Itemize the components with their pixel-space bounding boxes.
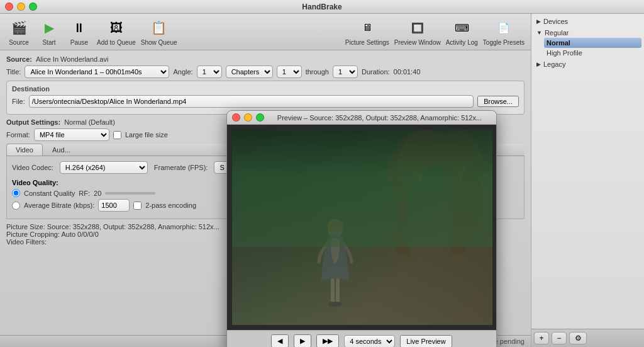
codec-select[interactable]: H.264 (x264) [60,161,148,174]
start-button[interactable]: ▶ Start [36,18,62,46]
preview-titlebar: Preview – Source: 352x288, Output: 352x2… [227,111,496,125]
source-row: Source: Alice In Wonderland.avi [6,55,525,63]
toolbar: 🎬 Source ▶ Start ⏸ Pause 🖼 Add to Queue … [0,14,531,50]
title-bar: HandBrake [0,0,644,14]
toggle-presets-icon: 📄 [494,18,514,38]
sidebar-group-devices-header[interactable]: ▶ Devices [534,16,641,26]
output-settings-label: Output Settings: [6,118,60,126]
preview-bottom-bar: ◀ ▶ ▶▶ 4 seconds Live Preview [227,330,496,347]
preview-window-controls [232,113,264,122]
preview-image [232,130,492,325]
constant-quality-label: Constant Quality [24,190,75,197]
sidebar-group-devices: ▶ Devices [534,16,641,26]
close-button[interactable] [5,3,13,11]
file-path-input[interactable] [29,95,474,108]
twopass-label: 2-pass encoding [145,202,196,209]
avg-bitrate-radio[interactable] [12,202,20,210]
preview-min-button[interactable] [244,113,252,122]
codec-label: Video Codec: [12,164,53,171]
preview-max-button[interactable] [256,113,264,122]
chapter-to-select[interactable]: 1 [333,65,358,78]
duration-value: 00:01:40 [394,68,421,76]
pause-icon: ⏸ [69,18,89,38]
add-preset-button[interactable]: + [534,332,549,344]
preview-play-button[interactable]: ▶ [294,334,311,347]
source-label: Source: [6,55,32,63]
toggle-presets-button[interactable]: 📄 Toggle Presets [483,18,525,46]
sidebar-group-devices-label: Devices [543,18,568,25]
source-value: Alice In Wonderland.avi [36,55,108,63]
source-button[interactable]: 🎬 Source [6,18,31,46]
sidebar-group-legacy-label: Legacy [543,60,565,68]
sidebar-item-high-profile[interactable]: High Profile [544,48,641,58]
file-label: File: [12,98,25,105]
sidebar-group-regular-label: Regular [545,29,569,37]
sidebar-content: ▶ Devices ▼ Regular Normal High Profile … [531,14,644,329]
bitrate-input[interactable] [98,199,130,212]
title-row: Title: Alice In Wonderland 1 – 00h01m40s… [6,65,525,78]
angle-label: Angle: [173,68,192,76]
activity-log-icon: ⌨ [452,18,472,38]
format-select[interactable]: MP4 file [34,128,109,141]
chapter-from-select[interactable]: 1 [277,65,302,78]
file-row: File: Browse... [12,95,519,108]
constant-quality-radio[interactable] [12,189,20,197]
preset-options-button[interactable]: ⚙ [569,332,587,344]
regular-arrow-icon: ▼ [536,30,542,36]
rf-value: 20 [94,190,101,197]
preview-back-button[interactable]: ◀ [271,334,289,347]
tab-audio[interactable]: Aud... [43,144,80,156]
title-label: Title: [6,68,21,76]
preview-window: Preview – Source: 352x288, Output: 352x2… [226,110,497,347]
sidebar-item-normal[interactable]: Normal [544,38,641,48]
duration-label: Duration: [362,68,390,76]
preview-window-icon: 🔲 [408,18,428,38]
window-controls [5,3,37,11]
remove-preset-button[interactable]: − [552,332,567,344]
minimize-button[interactable] [17,3,25,11]
avg-bitrate-label: Average Bitrate (kbps): [24,202,94,209]
show-queue-button[interactable]: 📋 Show Queue [141,18,177,46]
framerate-label: Framerate (FPS): [154,164,208,171]
start-icon: ▶ [39,18,59,38]
format-label: Format: [6,131,30,139]
large-file-label: Large file size [125,131,168,139]
sidebar: ▶ Devices ▼ Regular Normal High Profile … [531,14,644,347]
picture-settings-icon: 🖥 [357,18,377,38]
devices-arrow-icon: ▶ [536,18,541,25]
picture-settings-button[interactable]: 🖥 Picture Settings [345,18,389,46]
source-icon: 🎬 [9,18,29,38]
legacy-arrow-icon: ▶ [536,61,541,67]
app-title: HandBrake [302,3,341,11]
sidebar-group-legacy-header[interactable]: ▶ Legacy [534,59,641,69]
large-file-checkbox[interactable] [113,131,121,139]
sidebar-group-regular: ▼ Regular Normal High Profile [534,28,641,58]
title-select[interactable]: Alice In Wonderland 1 – 00h01m40s [25,65,169,78]
chapters-select[interactable]: Chapters [226,65,273,78]
twopass-checkbox[interactable] [133,202,142,210]
preview-live-button[interactable]: Live Preview [400,335,452,348]
pause-button[interactable]: ⏸ Pause [67,18,92,46]
add-to-queue-button[interactable]: 🖼 Add to Queue [97,18,136,46]
preview-content [227,125,496,330]
browse-button[interactable]: Browse... [477,96,519,107]
rf-label: RF: [79,190,90,197]
sidebar-group-legacy: ▶ Legacy [534,59,641,69]
sidebar-group-regular-header[interactable]: ▼ Regular [534,28,641,38]
sidebar-regular-items: Normal High Profile [534,38,641,58]
show-queue-icon: 📋 [149,18,169,38]
output-preset: Normal (Default) [64,118,115,126]
add-queue-icon: 🖼 [106,18,126,38]
destination-header: Destination [12,85,519,93]
activity-log-button[interactable]: ⌨ Activity Log [446,18,478,46]
preview-duration-select[interactable]: 4 seconds [344,335,395,348]
preview-forward-button[interactable]: ▶▶ [316,334,339,347]
quality-slider[interactable] [105,192,155,195]
angle-select[interactable]: 1 [197,65,222,78]
tab-video[interactable]: Video [6,144,43,156]
preview-window-button[interactable]: 🔲 Preview Window [394,18,441,46]
sidebar-bottom-bar: + − ⚙ [531,329,644,347]
preview-close-button[interactable] [232,113,240,122]
maximize-button[interactable] [29,3,37,11]
destination-section: Destination File: Browse... [6,81,525,115]
